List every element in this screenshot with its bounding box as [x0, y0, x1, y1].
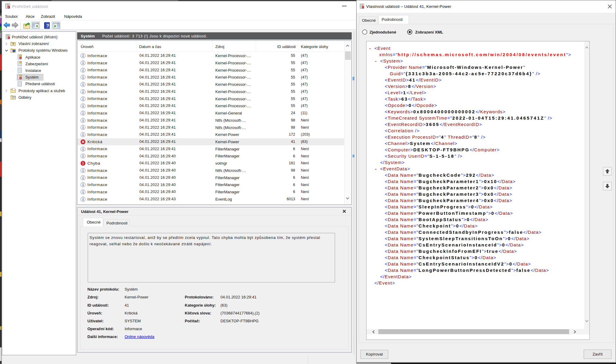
svg-text:?: ? [46, 23, 49, 28]
svg-text:✓: ✓ [13, 97, 14, 99]
